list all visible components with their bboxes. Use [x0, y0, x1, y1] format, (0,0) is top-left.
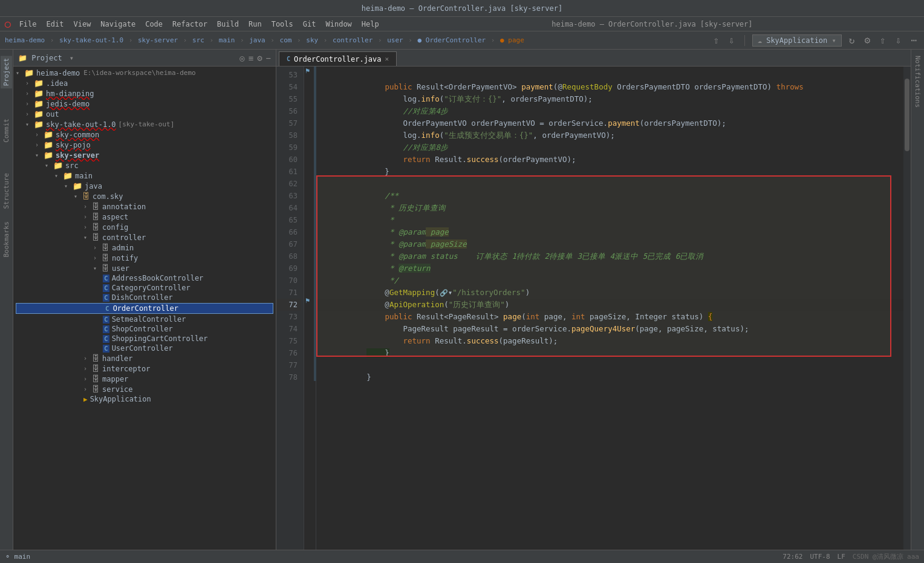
- tree-item-user[interactable]: ▾ 🗄 user: [13, 263, 276, 273]
- tree-item-order-controller[interactable]: C OrderController: [16, 303, 273, 314]
- menu-run[interactable]: Run: [245, 19, 265, 30]
- tree-item-category[interactable]: C CategoryController: [13, 283, 276, 293]
- sky-take-out-label: sky-take-out-1.0: [46, 120, 116, 129]
- tree-item-jedis-demo[interactable]: › 📁 jedis-demo: [13, 99, 276, 109]
- tree-item-handler[interactable]: › 🗄 handler: [13, 353, 276, 363]
- tree-item-src[interactable]: ▾ 📁 src: [13, 160, 276, 171]
- notifications-tab[interactable]: Notifications: [914, 56, 922, 108]
- menu-tools[interactable]: Tools: [268, 19, 297, 30]
- settings-icon[interactable]: ⚙: [862, 33, 873, 47]
- menu-build[interactable]: Build: [213, 19, 242, 30]
- annotation-icon: 🗄: [92, 202, 100, 211]
- tree-item-hm-dianping[interactable]: › 📁 hm-dianping: [13, 88, 276, 99]
- close-panel-icon[interactable]: −: [266, 53, 271, 63]
- collapse-all-icon[interactable]: ≡: [249, 53, 253, 63]
- sync-icon[interactable]: ↻: [847, 33, 857, 47]
- notify-label: notify: [112, 254, 138, 262]
- breadcrumb-sky[interactable]: sky: [306, 36, 318, 44]
- commit-tab[interactable]: Commit: [2, 119, 10, 143]
- tree-item-setmeal[interactable]: C SetmealController: [13, 314, 276, 324]
- tree-item-notify[interactable]: › 🗄 notify: [13, 253, 276, 263]
- tree-item-mapper[interactable]: › 🗄 mapper: [13, 374, 276, 384]
- structure-tab-left[interactable]: Structure: [2, 173, 10, 209]
- menu-help[interactable]: Help: [358, 19, 383, 30]
- bookmarks-tab[interactable]: Bookmarks: [2, 221, 10, 258]
- tree-item-heima-demo[interactable]: ▾ 📁 heima-demo E:\idea-workspace\heima-d…: [13, 68, 276, 78]
- tree-item-com-sky[interactable]: ▾ 🗄 com.sky: [13, 191, 276, 201]
- tree-item-addressbook[interactable]: C AddressBookController: [13, 273, 276, 283]
- run-config-selector[interactable]: ☁ SkyApplication ▾: [752, 34, 842, 47]
- tree-item-sky-common[interactable]: › 📁 sky-common: [13, 129, 276, 140]
- interceptor-label: interceptor: [102, 365, 150, 373]
- tree-item-user-controller[interactable]: C UserController: [13, 343, 276, 353]
- out-icon: 📁: [34, 109, 44, 119]
- sky-pojo-label: sky-pojo: [56, 141, 91, 149]
- handler-icon: 🗄: [92, 354, 100, 363]
- tree-item-shop[interactable]: C ShopController: [13, 324, 276, 334]
- tree-item-out[interactable]: › 📁 out: [13, 109, 276, 119]
- tree-item-admin[interactable]: › 🗄 admin: [13, 242, 276, 253]
- code-line-62: /**: [316, 178, 903, 190]
- cursor-position[interactable]: 72:62: [782, 553, 802, 561]
- tree-item-controller[interactable]: ▾ 🗄 controller: [13, 232, 276, 242]
- pull-icon[interactable]: ⇩: [893, 33, 904, 47]
- project-dropdown-icon[interactable]: ▾: [70, 54, 74, 62]
- scrollbar-thumb[interactable]: [905, 79, 909, 151]
- toolbar-separator: [744, 35, 745, 46]
- menu-git[interactable]: Git: [299, 19, 320, 30]
- setmeal-label: SetmealController: [112, 315, 186, 324]
- left-sidebar-tabs: Project Commit Structure Bookmarks: [0, 50, 13, 550]
- toolbar: heima-demo › sky-take-out-1.0 › sky-serv…: [0, 31, 924, 50]
- tree-item-idea[interactable]: › 📁 .idea: [13, 78, 276, 88]
- tab-order-controller[interactable]: C OrderController.java ✕: [279, 51, 397, 66]
- project-tab[interactable]: Project: [1, 56, 12, 88]
- tree-item-annotation[interactable]: › 🗄 annotation: [13, 201, 276, 212]
- breadcrumb-sky-server[interactable]: sky-server: [138, 36, 178, 44]
- git-branch[interactable]: ⚬ main: [5, 553, 30, 561]
- tree-item-service[interactable]: › 🗄 service: [13, 384, 276, 394]
- line-num-69: 69: [276, 262, 301, 275]
- tree-item-sky-server[interactable]: ▾ 📁 sky-server: [13, 150, 276, 160]
- tree-item-interceptor[interactable]: › 🗄 interceptor: [13, 363, 276, 374]
- tab-close-icon[interactable]: ✕: [385, 55, 389, 63]
- breadcrumb-order-controller[interactable]: ● OrderController: [418, 36, 486, 44]
- menu-refactor[interactable]: Refactor: [169, 19, 211, 30]
- tree-item-sky-pojo[interactable]: › 📁 sky-pojo: [13, 140, 276, 150]
- tree-item-aspect[interactable]: › 🗄 aspect: [13, 212, 276, 222]
- tree-item-shopping-cart[interactable]: C ShoppingCartController: [13, 334, 276, 343]
- menu-code[interactable]: Code: [142, 19, 166, 30]
- editor-area: C OrderController.java ✕ 53 54 55 56 57 …: [276, 50, 911, 550]
- commit-icon[interactable]: ⇧: [711, 33, 721, 47]
- breadcrumb-heima-demo[interactable]: heima-demo: [5, 36, 45, 44]
- locate-icon[interactable]: ◎: [239, 53, 244, 63]
- tree-item-dish[interactable]: C DishController: [13, 293, 276, 302]
- vertical-scrollbar[interactable]: [903, 67, 911, 550]
- code-lines[interactable]: public Result<OrderPaymentVO> payment(@R…: [316, 67, 903, 550]
- tree-item-java[interactable]: ▾ 📁 java: [13, 181, 276, 191]
- breadcrumb-src[interactable]: src: [192, 36, 204, 44]
- panel-settings-icon[interactable]: ⚙: [257, 53, 262, 63]
- line-num-64: 64: [276, 202, 301, 214]
- tree-item-main[interactable]: ▾ 📁 main: [13, 171, 276, 181]
- breadcrumb-page[interactable]: ● page: [500, 36, 524, 44]
- menu-edit[interactable]: Edit: [43, 19, 68, 30]
- breadcrumb-controller[interactable]: controller: [333, 36, 373, 44]
- tree-item-config[interactable]: › 🗄 config: [13, 222, 276, 232]
- line-separator[interactable]: LF: [838, 553, 845, 561]
- breadcrumb-com[interactable]: com: [280, 36, 292, 44]
- breadcrumb-main[interactable]: main: [219, 36, 235, 44]
- breadcrumb-java[interactable]: java: [249, 36, 265, 44]
- menu-window[interactable]: Window: [322, 19, 355, 30]
- tree-item-sky-application[interactable]: ▶ SkyApplication: [13, 394, 276, 404]
- breadcrumb-user[interactable]: user: [387, 36, 403, 44]
- menu-navigate[interactable]: Navigate: [97, 19, 139, 30]
- encoding[interactable]: UTF-8: [810, 553, 830, 561]
- tree-item-sky-take-out[interactable]: ▾ 📁 sky-take-out-1.0 [sky-take-out]: [13, 119, 276, 129]
- push-icon[interactable]: ⇧: [877, 33, 888, 47]
- update-icon[interactable]: ⇩: [726, 33, 737, 47]
- admin-label: admin: [112, 244, 134, 252]
- menu-view[interactable]: View: [70, 19, 94, 30]
- more-icon[interactable]: ⋯: [908, 33, 919, 47]
- breadcrumb-sky-take-out[interactable]: sky-take-out-1.0: [59, 36, 123, 44]
- menu-file[interactable]: File: [16, 19, 41, 30]
